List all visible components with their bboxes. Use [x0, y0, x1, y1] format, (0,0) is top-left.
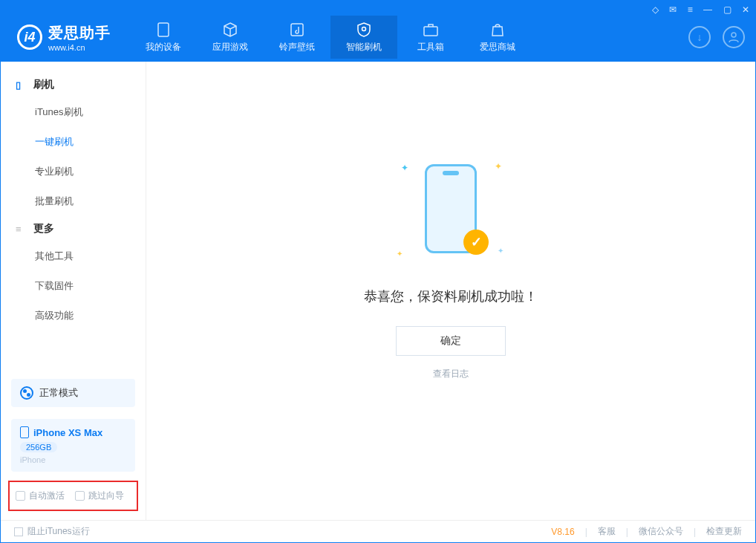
logo-text: 爱思助手 www.i4.cn [48, 23, 111, 52]
nav-toolbox[interactable]: 工具箱 [397, 16, 464, 59]
sparkle-icon: ✦ [495, 161, 502, 172]
logo-mark-icon: i4 [17, 25, 42, 50]
skip-guide-checkbox[interactable]: 跳过向导 [75, 490, 124, 502]
phone-small-icon: ▯ [16, 79, 27, 91]
sparkle-icon: ✦ [401, 163, 408, 173]
wechat-link[interactable]: 微信公众号 [639, 525, 683, 538]
mode-label: 正常模式 [39, 386, 78, 400]
nav-apps-games[interactable]: 应用游戏 [197, 16, 264, 59]
sidebar-item-itunes-flash[interactable]: iTunes刷机 [1, 97, 146, 127]
nav-label: 工具箱 [417, 41, 444, 53]
titlebar-controls: ◇ ✉ ≡ — ▢ ✕ [645, 2, 749, 16]
nav-ringtone-wallpaper[interactable]: 铃声壁纸 [264, 16, 330, 59]
feedback-icon[interactable]: ✉ [669, 4, 677, 15]
list-icon: ≡ [16, 224, 27, 235]
svg-point-4 [731, 33, 736, 37]
device-capacity: 256GB [20, 442, 57, 452]
menu-icon[interactable]: ≡ [688, 4, 693, 15]
shield-icon [356, 22, 372, 38]
support-link[interactable]: 客服 [598, 525, 616, 538]
block-itunes-checkbox[interactable]: 阻止iTunes运行 [14, 525, 90, 538]
options-highlight: 自动激活 跳过向导 [8, 481, 138, 511]
nav-my-device[interactable]: 我的设备 [130, 16, 197, 59]
success-message: 恭喜您，保资料刷机成功啦！ [364, 287, 538, 305]
footer-right: V8.16 | 客服 | 微信公众号 | 检查更新 [551, 525, 742, 538]
header-right: ↓ [688, 26, 745, 48]
cube-icon [222, 22, 238, 38]
nav-label: 应用游戏 [212, 41, 248, 53]
sidebar-item-oneclick-flash[interactable]: 一键刷机 [1, 127, 146, 157]
toolbox-icon [423, 22, 439, 38]
check-badge-icon: ✓ [463, 230, 489, 255]
bag-icon [489, 22, 506, 38]
nav-label: 爱思商城 [480, 41, 515, 53]
sidebar-item-advanced[interactable]: 高级功能 [1, 301, 146, 331]
sidebar-item-batch-flash[interactable]: 批量刷机 [1, 186, 146, 216]
nav-label: 铃声壁纸 [279, 41, 315, 53]
sidebar: ▯ 刷机 iTunes刷机 一键刷机 专业刷机 批量刷机 ≡ 更多 其他工具 下… [1, 62, 146, 520]
user-button[interactable] [723, 26, 745, 48]
titlebar: ◇ ✉ ≡ — ▢ ✕ [1, 1, 755, 17]
nav: 我的设备 应用游戏 铃声壁纸 智能刷机 工具箱 爱思商城 [130, 16, 531, 59]
sidebar-list: ▯ 刷机 iTunes刷机 一键刷机 专业刷机 批量刷机 ≡ 更多 其他工具 下… [1, 62, 146, 373]
sidebar-group-more: ≡ 更多 [1, 216, 146, 241]
main-content: ✦ ✦ ✦ ✦ ✓ 恭喜您，保资料刷机成功啦！ 确定 查看日志 [146, 62, 755, 520]
app-site: www.i4.cn [48, 43, 111, 52]
device-panel[interactable]: iPhone XS Max 256GB iPhone [11, 419, 135, 472]
app-title: 爱思助手 [48, 23, 111, 43]
nav-label: 我的设备 [146, 41, 181, 53]
svg-point-2 [362, 27, 366, 30]
view-log-link[interactable]: 查看日志 [433, 368, 469, 380]
device-phone-icon [20, 426, 29, 438]
nav-label: 智能刷机 [346, 41, 382, 53]
mode-panel[interactable]: 正常模式 [11, 379, 135, 407]
sidebar-item-download-firmware[interactable]: 下载固件 [1, 271, 146, 301]
confirm-button[interactable]: 确定 [396, 326, 506, 356]
group-label: 刷机 [33, 78, 54, 91]
nav-store[interactable]: 爱思商城 [464, 16, 531, 59]
group-label: 更多 [33, 222, 54, 235]
app-window: ◇ ✉ ≡ — ▢ ✕ i4 爱思助手 www.i4.cn 我的设备 应用游戏 [0, 0, 756, 543]
download-button[interactable]: ↓ [688, 26, 711, 48]
success-illustration: ✦ ✦ ✦ ✦ ✓ [395, 157, 506, 268]
logo: i4 爱思助手 www.i4.cn [17, 23, 111, 52]
version-label: V8.16 [551, 527, 574, 537]
sparkle-icon: ✦ [498, 247, 504, 255]
sidebar-item-other-tools[interactable]: 其他工具 [1, 241, 146, 271]
sparkle-icon: ✦ [397, 250, 403, 258]
nav-smart-flash[interactable]: 智能刷机 [330, 16, 397, 59]
sidebar-item-pro-flash[interactable]: 专业刷机 [1, 157, 146, 186]
device-type: iPhone [20, 455, 126, 464]
svg-rect-3 [424, 27, 437, 36]
svg-rect-0 [158, 23, 169, 36]
theme-icon[interactable]: ◇ [652, 4, 659, 15]
device-name: iPhone XS Max [20, 426, 126, 438]
music-icon [289, 22, 305, 38]
auto-activate-checkbox[interactable]: 自动激活 [16, 490, 65, 502]
body: ▯ 刷机 iTunes刷机 一键刷机 专业刷机 批量刷机 ≡ 更多 其他工具 下… [1, 62, 755, 520]
sidebar-group-flash: ▯ 刷机 [1, 72, 146, 97]
footer: 阻止iTunes运行 V8.16 | 客服 | 微信公众号 | 检查更新 [1, 520, 755, 542]
mode-icon [20, 386, 33, 400]
check-update-link[interactable]: 检查更新 [706, 525, 742, 538]
header: i4 爱思助手 www.i4.cn 我的设备 应用游戏 铃声壁纸 智能刷机 [1, 17, 755, 62]
maximize-icon[interactable]: ▢ [723, 4, 731, 15]
minimize-icon[interactable]: — [703, 4, 712, 15]
close-icon[interactable]: ✕ [742, 4, 749, 15]
device-icon [155, 22, 172, 38]
